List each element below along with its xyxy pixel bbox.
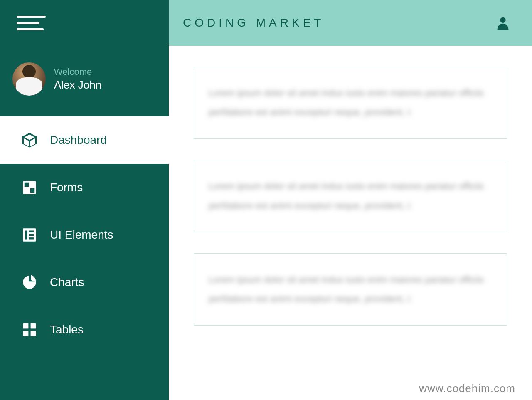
pie-chart-icon xyxy=(21,274,38,291)
footer-link[interactable]: www.codehim.com xyxy=(419,382,515,395)
sidebar-item-label: Tables xyxy=(50,323,84,336)
svg-rect-5 xyxy=(29,231,34,232)
avatar xyxy=(12,62,46,96)
svg-rect-6 xyxy=(29,234,34,236)
sidebar-item-charts[interactable]: Charts xyxy=(0,259,169,306)
user-icon[interactable] xyxy=(495,15,511,31)
svg-rect-1 xyxy=(25,183,29,187)
sidebar-item-label: Forms xyxy=(50,181,83,194)
sidebar: Welcome Alex John Dashboard Forms xyxy=(0,0,169,400)
sidebar-item-ui-elements[interactable]: UI Elements xyxy=(0,211,169,259)
main-content: CODING MARKET Lorem ipsum dolor sit amet… xyxy=(169,0,532,400)
elementor-icon xyxy=(21,226,38,244)
svg-rect-4 xyxy=(25,231,27,240)
table-icon xyxy=(21,321,38,338)
nav-list: Dashboard Forms UI Elements Charts xyxy=(0,112,169,353)
content-card: Lorem ipsum dolor sit amet indus iusto e… xyxy=(194,253,507,326)
content-card: Lorem ipsum dolor sit amet indus iusto e… xyxy=(194,67,507,139)
page-title: CODING MARKET xyxy=(183,16,324,30)
hamburger-menu-button[interactable] xyxy=(0,0,62,46)
content-card: Lorem ipsum dolor sit amet indus iusto e… xyxy=(194,160,507,232)
welcome-label: Welcome xyxy=(54,67,101,77)
user-profile[interactable]: Welcome Alex John xyxy=(0,46,169,112)
grid-icon xyxy=(21,179,38,196)
cube-icon xyxy=(21,131,38,149)
card-text: Lorem ipsum dolor sit amet indus iusto e… xyxy=(209,84,492,122)
card-text: Lorem ipsum dolor sit amet indus iusto e… xyxy=(209,177,492,215)
svg-point-11 xyxy=(500,17,505,23)
svg-rect-7 xyxy=(29,237,34,239)
sidebar-item-forms[interactable]: Forms xyxy=(0,164,169,211)
sidebar-item-label: UI Elements xyxy=(50,228,113,242)
sidebar-item-label: Charts xyxy=(50,276,84,289)
card-text: Lorem ipsum dolor sit amet indus iusto e… xyxy=(209,270,492,309)
svg-rect-2 xyxy=(30,188,35,193)
sidebar-item-label: Dashboard xyxy=(50,133,107,147)
user-name: Alex John xyxy=(54,79,101,91)
content-area: Lorem ipsum dolor sit amet indus iusto e… xyxy=(169,46,532,400)
sidebar-item-tables[interactable]: Tables xyxy=(0,306,169,353)
sidebar-item-dashboard[interactable]: Dashboard xyxy=(0,116,169,164)
